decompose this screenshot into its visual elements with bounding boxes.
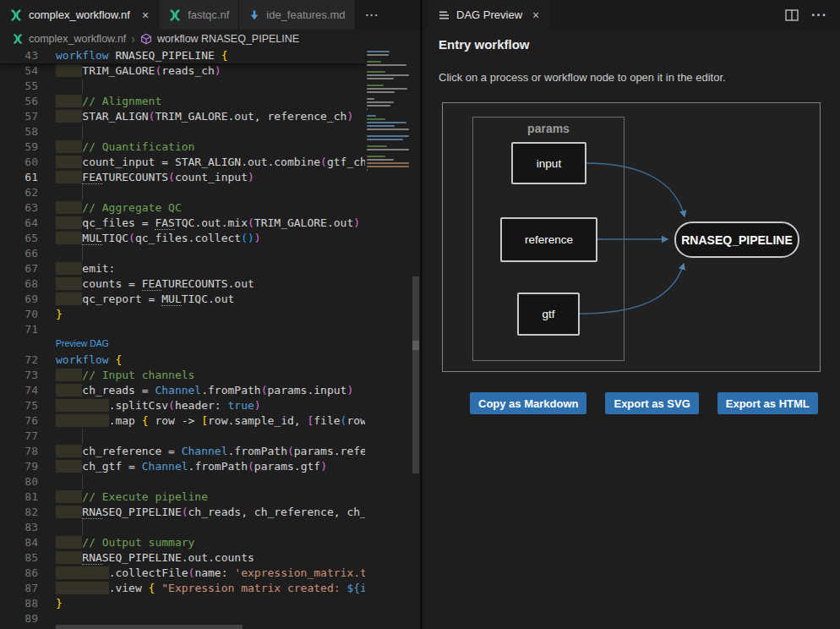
breadcrumb-file[interactable]: complex_workflow.nf	[29, 33, 126, 45]
tab-label: complex_workflow.nf	[29, 8, 130, 21]
line-number: 88	[0, 596, 38, 611]
cluster-label: params	[473, 122, 624, 135]
line-number: 74	[0, 383, 38, 398]
minimap-line	[367, 74, 409, 76]
minimap-line	[367, 85, 384, 86]
line-number: 54	[0, 63, 38, 79]
code-line: 43workflow RNASEQ_PIPELINE {	[0, 48, 365, 63]
dag-node-gtf[interactable]: gtf	[517, 293, 580, 336]
copy-as-markdown-button[interactable]: Copy as Markdown	[470, 392, 586, 414]
preview-list-icon	[439, 10, 450, 20]
minimap-line	[367, 98, 374, 100]
panel-tab-label: DAG Preview	[456, 8, 522, 21]
sticky-scroll-line[interactable]: 43workflow RNASEQ_PIPELINE {	[0, 48, 365, 63]
export-as-svg-button[interactable]: Export as SVG	[605, 392, 698, 414]
code-line: 61 FEATURECOUNTS(count_input)	[0, 170, 365, 185]
line-number: 43	[0, 48, 38, 63]
code-editor[interactable]: 43workflow RNASEQ_PIPELINE { 54 TRIM_GAL…	[0, 48, 420, 629]
code-line: 54 TRIM_GALORE(reads_ch)	[0, 63, 365, 79]
breadcrumb-symbol[interactable]: workflow RNASEQ_PIPELINE	[157, 33, 299, 45]
line-number: 64	[0, 216, 38, 231]
horizontal-scrollbar-thumb[interactable]	[56, 625, 243, 629]
editor-group: complex_workflow.nf × fastqc.nf ide_feat…	[0, 0, 420, 629]
minimap-line	[367, 169, 368, 171]
dag-node-rnaseq-pipeline[interactable]: RNASEQ_PIPELINE	[674, 222, 799, 258]
line-number: 59	[0, 139, 38, 155]
more-actions-icon[interactable]: ···	[811, 8, 827, 23]
line-number: 76	[0, 413, 38, 429]
panel-heading: Entry workflow	[439, 37, 530, 52]
minimap-line	[367, 149, 409, 150]
code-line: 72workflow {	[0, 353, 365, 368]
minimap-line	[367, 61, 381, 63]
minimap-line	[367, 156, 385, 157]
code-line: 67 emit:	[0, 261, 365, 276]
minimap-line	[367, 51, 390, 52]
code-line: 69 qc_report = MULTIQC.out	[0, 292, 365, 307]
line-number: 70	[0, 307, 38, 322]
codelens-preview-dag[interactable]: Preview DAG	[0, 337, 365, 353]
line-number: 62	[0, 185, 38, 200]
indent-guide	[56, 124, 83, 139]
minimap-line	[367, 54, 389, 56]
code-line: 74 ch_reads = Channel.fromPath(params.in…	[0, 383, 365, 398]
code-line: 85 RNASEQ_PIPELINE.out.counts	[0, 550, 365, 566]
close-icon[interactable]: ×	[532, 8, 539, 22]
nextflow-icon	[168, 8, 182, 22]
minimap-line	[367, 115, 376, 117]
split-editor-icon[interactable]	[785, 9, 799, 21]
more-tabs-icon[interactable]: ···	[356, 8, 390, 21]
dag-node-input[interactable]: input	[511, 142, 586, 184]
line-number: 60	[0, 155, 38, 170]
breadcrumb: complex_workflow.nf › workflow RNASEQ_PI…	[0, 30, 420, 48]
tab-ide-features[interactable]: ide_features.md	[239, 0, 355, 30]
code-line: 56 // Alignment	[0, 94, 365, 109]
code-line: 70}	[0, 307, 365, 322]
dag-diagram: params input reference gtf RNASEQ_PIPELI…	[442, 102, 821, 372]
code-line: 58	[0, 124, 365, 139]
line-number: 73	[0, 368, 38, 383]
code-line: 83	[0, 520, 365, 535]
line-number: 87	[0, 581, 38, 596]
panel-actions: ···	[785, 0, 840, 30]
vscode-window: complex_workflow.nf × fastqc.nf ide_feat…	[0, 0, 840, 629]
code-line: 60 count_input = STAR_ALIGN.out.combine(…	[0, 155, 365, 170]
code-line: 79 ch_gtf = Channel.fromPath(params.gtf)	[0, 459, 365, 474]
minimap[interactable]	[365, 48, 412, 254]
close-icon[interactable]: ×	[142, 9, 149, 21]
export-buttons: Copy as Markdown Export as SVG Export as…	[470, 392, 818, 414]
line-number: 72	[0, 353, 38, 368]
indent-guide	[56, 520, 83, 535]
line-number: 56	[0, 94, 38, 109]
minimap-line	[367, 122, 406, 123]
line-number: 84	[0, 535, 38, 550]
tab-fastqc[interactable]: fastqc.nf	[159, 0, 239, 30]
code-line: 78 ch_reference = Channel.fromPath(param…	[0, 444, 365, 459]
minimap-line	[367, 145, 387, 147]
line-number: 66	[0, 246, 38, 261]
export-as-html-button[interactable]: Export as HTML	[717, 392, 818, 414]
code-line: 87 .view { "Expression matrix created: $…	[0, 581, 365, 596]
dag-node-reference[interactable]: reference	[500, 217, 597, 262]
code-line: 68 counts = FEATURECOUNTS.out	[0, 276, 365, 292]
workflow-symbol-icon	[140, 33, 152, 45]
tab-dag-preview[interactable]: DAG Preview ×	[428, 0, 550, 30]
code-line: 59 // Quantification	[0, 139, 365, 155]
line-number: 71	[0, 322, 38, 337]
tab-complex-workflow[interactable]: complex_workflow.nf ×	[0, 0, 159, 30]
code-line: 55	[0, 79, 365, 94]
line-number: 85	[0, 550, 38, 566]
code-line: 73 // Input channels	[0, 368, 365, 383]
code-line: 62	[0, 185, 365, 200]
line-number: 83	[0, 520, 38, 535]
code-line: 63 // Aggregate QC	[0, 200, 365, 216]
indent-guide	[56, 185, 83, 200]
minimap-line	[367, 118, 385, 120]
code-line: 88}	[0, 596, 365, 611]
vertical-scrollbar[interactable]	[412, 48, 420, 629]
code-line: 77	[0, 429, 365, 444]
vertical-scrollbar-thumb[interactable]	[412, 276, 419, 473]
line-number: 61	[0, 170, 38, 185]
minimap-line	[367, 135, 409, 137]
panel-tab-bar: DAG Preview × ···	[423, 0, 840, 30]
